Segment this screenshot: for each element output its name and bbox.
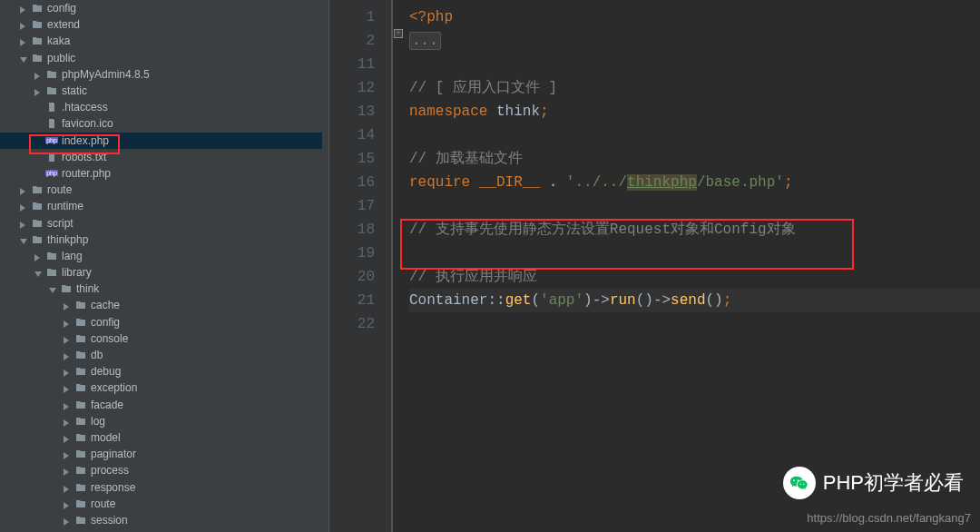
tree-item-process[interactable]: process bbox=[0, 462, 322, 478]
code-line: ... bbox=[409, 29, 980, 53]
tree-item-router.php[interactable]: phprouter.php bbox=[0, 165, 322, 182]
tree-item-phpMyAdmin4.8.5[interactable]: phpMyAdmin4.8.5 bbox=[0, 66, 322, 83]
tree-item-label: session bbox=[91, 514, 128, 527]
arrow-icon[interactable] bbox=[20, 20, 29, 29]
line-number: 2 bbox=[329, 29, 375, 53]
tree-item-cache[interactable]: cache bbox=[0, 297, 322, 313]
tree-item-label: think bbox=[76, 282, 99, 295]
code-line: // 执行应用并响应 bbox=[409, 265, 980, 289]
line-number: 12 bbox=[329, 76, 375, 100]
tree-item-paginator[interactable]: paginator bbox=[0, 446, 322, 462]
folder-icon bbox=[74, 299, 87, 311]
tree-item-model[interactable]: model bbox=[0, 429, 322, 446]
folder-icon bbox=[74, 399, 87, 411]
arrow-icon[interactable] bbox=[20, 36, 29, 45]
arrow-icon[interactable] bbox=[64, 318, 73, 327]
tree-item-static[interactable]: static bbox=[0, 83, 322, 99]
tree-item-robots.txt[interactable]: robots.txt bbox=[0, 149, 322, 165]
line-number: 20 bbox=[329, 265, 375, 289]
code-line: require __DIR__ . '../../thinkphp/base.p… bbox=[409, 171, 980, 194]
tree-item-config[interactable]: config bbox=[0, 0, 322, 16]
folder-icon bbox=[74, 316, 87, 329]
arrow-icon[interactable] bbox=[20, 202, 29, 211]
code-area[interactable]: <?php ... // [ 应用入口文件 ] namespace think;… bbox=[393, 0, 980, 532]
tree-item-label: thinkphp bbox=[47, 233, 88, 246]
folder-icon bbox=[74, 365, 87, 378]
tree-item-script[interactable]: script bbox=[0, 214, 322, 231]
tree-item-log[interactable]: log bbox=[0, 413, 322, 429]
tree-item-session[interactable]: session bbox=[0, 512, 322, 528]
arrow-icon[interactable] bbox=[64, 300, 73, 310]
tree-item-debug[interactable]: debug bbox=[0, 363, 322, 379]
arrow-icon[interactable] bbox=[34, 268, 44, 277]
divider[interactable] bbox=[322, 0, 329, 532]
arrow-icon[interactable] bbox=[49, 284, 58, 293]
tree-item-label: config bbox=[91, 316, 120, 329]
tree-item-kaka[interactable]: kaka bbox=[0, 33, 322, 49]
code-editor[interactable]: 12111213141516171819202122 + <?php ... /… bbox=[329, 0, 980, 532]
arrow-icon[interactable] bbox=[20, 219, 29, 228]
folder-icon bbox=[45, 266, 58, 279]
arrow-icon[interactable] bbox=[34, 86, 44, 95]
tree-item-label: log bbox=[91, 415, 105, 428]
tree-item-label: index.php bbox=[62, 134, 109, 147]
arrow-icon[interactable] bbox=[34, 70, 44, 79]
tree-item-think[interactable]: think bbox=[0, 281, 322, 297]
arrow-spacer bbox=[34, 103, 44, 112]
tree-item-label: runtime bbox=[47, 200, 83, 212]
arrow-icon[interactable] bbox=[64, 516, 73, 525]
project-tree[interactable]: configextendkakapublicphpMyAdmin4.8.5sta… bbox=[0, 0, 322, 532]
tree-item-runtime[interactable]: runtime bbox=[0, 198, 322, 214]
tree-item-console[interactable]: console bbox=[0, 330, 322, 347]
arrow-icon[interactable] bbox=[64, 483, 73, 492]
folder-icon bbox=[74, 332, 87, 345]
arrow-icon[interactable] bbox=[64, 367, 73, 376]
tree-item-response[interactable]: response bbox=[0, 478, 322, 495]
line-number: 21 bbox=[329, 289, 375, 312]
tree-item-label: static bbox=[62, 84, 87, 97]
tree-item-route[interactable]: route bbox=[0, 182, 322, 198]
arrow-icon[interactable] bbox=[20, 4, 29, 13]
tree-item-lang[interactable]: lang bbox=[0, 248, 322, 264]
tree-item-label: console bbox=[91, 332, 128, 345]
tree-item-extend[interactable]: extend bbox=[0, 16, 322, 33]
folder-icon bbox=[31, 233, 44, 246]
tree-item-facade[interactable]: facade bbox=[0, 397, 322, 413]
line-number: 11 bbox=[329, 53, 375, 76]
tree-item-db[interactable]: db bbox=[0, 347, 322, 363]
tree-item-.htaccess[interactable]: .htaccess bbox=[0, 99, 322, 115]
arrow-icon[interactable] bbox=[64, 433, 73, 442]
code-line bbox=[409, 241, 980, 265]
tree-item-favicon.ico[interactable]: favicon.ico bbox=[0, 115, 322, 132]
arrow-icon[interactable] bbox=[20, 235, 29, 244]
code-line: // 加载基础文件 bbox=[409, 147, 980, 171]
wechat-text: PHP初学者必看 bbox=[823, 469, 964, 497]
arrow-icon[interactable] bbox=[20, 185, 29, 194]
arrow-icon[interactable] bbox=[64, 449, 73, 458]
tree-item-thinkphp[interactable]: thinkphp bbox=[0, 232, 322, 248]
line-number: 19 bbox=[329, 241, 375, 265]
arrow-icon[interactable] bbox=[64, 417, 73, 426]
arrow-icon[interactable] bbox=[64, 466, 73, 475]
tree-item-config[interactable]: config bbox=[0, 314, 322, 330]
arrow-icon[interactable] bbox=[64, 334, 73, 343]
folder-icon bbox=[45, 84, 58, 97]
folder-icon bbox=[45, 68, 58, 81]
arrow-icon[interactable] bbox=[20, 54, 29, 63]
arrow-spacer bbox=[34, 136, 44, 145]
tree-item-route[interactable]: route bbox=[0, 496, 322, 512]
code-line: namespace think; bbox=[409, 100, 980, 123]
folder-icon bbox=[60, 282, 73, 295]
tree-item-label: process bbox=[91, 464, 129, 477]
tree-item-public[interactable]: public bbox=[0, 50, 322, 66]
tree-item-library[interactable]: library bbox=[0, 264, 322, 281]
arrow-icon[interactable] bbox=[64, 350, 73, 360]
arrow-icon[interactable] bbox=[64, 499, 73, 508]
arrow-spacer bbox=[34, 169, 44, 178]
arrow-icon[interactable] bbox=[64, 383, 73, 392]
tree-item-index.php[interactable]: phpindex.php bbox=[0, 133, 322, 149]
tree-item-exception[interactable]: exception bbox=[0, 379, 322, 396]
arrow-icon[interactable] bbox=[34, 251, 44, 261]
arrow-icon[interactable] bbox=[64, 400, 73, 409]
tree-item-label: .htaccess bbox=[62, 101, 108, 113]
